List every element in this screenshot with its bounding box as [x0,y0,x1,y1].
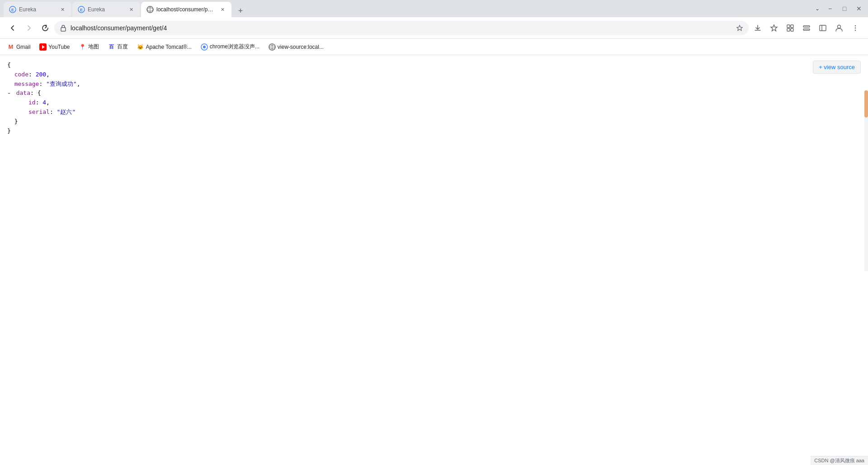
tabs-container: E Eureka ✕ E Eureka ✕ localhost/consumer… [4,0,810,17]
bookmark-chrome-sound-label: chrome浏览器没声... [210,43,259,51]
profile-button[interactable] [832,21,846,35]
json-line-data: - data: { [7,89,861,98]
minimize-button[interactable]: − [825,3,835,14]
json-line-message: message: "查询成功", [7,80,861,89]
bookmarks-bar: M Gmail YouTube 📍 地图 百 百度 🐱 Apache Tomca… [0,39,868,55]
svg-rect-9 [787,28,790,31]
sidebar-button[interactable] [816,21,830,35]
bookmark-gmail[interactable]: M Gmail [4,42,34,52]
maps-favicon: 📍 [79,43,86,51]
tab-3-close[interactable]: ✕ [219,6,226,13]
key-message: message [14,80,39,87]
scrollbar-track [864,90,868,271]
view-source-label: + view source [819,64,855,70]
baidu-favicon: 百 [108,43,115,51]
bookmark-viewsource[interactable]: view-source:local... [265,42,327,52]
bookmark-youtube[interactable]: YouTube [36,42,73,52]
nav-bar: localhost/consumer/payment/get/4 [0,17,868,39]
title-bar: E Eureka ✕ E Eureka ✕ localhost/consumer… [0,0,868,17]
tab-groups-button[interactable] [799,21,814,35]
svg-point-17 [855,27,856,28]
scrollbar-thumb[interactable] [864,90,868,117]
json-line-close-data: } [7,117,861,127]
value-serial: "赵六" [57,108,76,115]
key-id: id [28,99,36,106]
back-button[interactable] [5,21,20,35]
bookmark-tomcat-label: Apache Tomcat®... [146,44,192,50]
status-bar: CSDN @清风微痕 aaa [811,456,868,465]
json-line-code: code: 200, [7,70,861,80]
viewsource-favicon [269,43,276,51]
json-line-close: } [7,127,861,136]
svg-rect-6 [61,28,66,31]
comma-1: , [46,71,50,78]
address-bar[interactable]: localhost/consumer/payment/get/4 [54,21,749,35]
tab-2[interactable]: E Eureka ✕ [72,2,140,17]
bookmark-baidu-label: 百度 [117,43,128,51]
svg-rect-13 [820,25,826,31]
colon-4: : [36,99,43,106]
star-bookmarks-button[interactable] [767,21,781,35]
tab-3-title: localhost/consumer/payment/ [156,6,216,13]
value-code: 200 [36,71,46,78]
colon-3: : [30,89,38,96]
close-button[interactable]: ✕ [854,3,864,14]
bookmark-tomcat[interactable]: 🐱 Apache Tomcat®... [133,42,195,52]
reload-button[interactable] [38,21,52,35]
svg-text:E: E [11,8,14,12]
extensions-button[interactable] [783,21,797,35]
more-menu-button[interactable] [848,21,863,35]
view-source-button[interactable]: + view source [813,61,861,74]
bookmark-baidu[interactable]: 百 百度 [104,41,132,52]
tab-1-title: Eureka [19,6,56,13]
svg-point-16 [855,25,856,26]
bookmark-chrome-sound[interactable]: chrome浏览器没声... [197,41,263,52]
tab-3[interactable]: localhost/consumer/payment/ ✕ [141,2,231,17]
bookmark-viewsource-label: view-source:local... [278,44,324,50]
forward-button[interactable] [22,21,36,35]
bookmark-maps[interactable]: 📍 地图 [75,41,103,52]
new-tab-button[interactable]: + [234,5,247,17]
tab-2-close[interactable]: ✕ [127,6,135,13]
tab-1-close[interactable]: ✕ [59,6,66,13]
download-button[interactable] [750,21,765,35]
json-line-serial: serial: "赵六" [7,108,861,117]
json-line-id: id: 4, [7,98,861,108]
json-line-1: { [7,61,861,70]
window-controls: − □ ✕ [825,3,864,14]
url-display: localhost/consumer/payment/get/4 [71,24,732,32]
key-code: code [14,71,28,78]
json-viewer: { code: 200, message: "查询成功", - data: { … [7,61,861,136]
gmail-favicon: M [7,43,14,51]
tab-list-button[interactable]: ⌄ [810,1,825,16]
open-brace-data: { [38,89,41,96]
main-content: + view source { code: 200, message: "查询成… [0,55,868,465]
bookmark-gmail-label: Gmail [16,44,30,50]
tab-2-favicon: E [78,6,85,13]
open-brace-1: { [7,61,11,68]
collapse-data-button[interactable]: - [7,89,11,96]
lock-icon [60,24,67,32]
tab-1[interactable]: E Eureka ✕ [4,2,71,17]
value-id: 4 [42,99,46,106]
close-brace-main: } [7,127,11,134]
tab-2-title: Eureka [88,6,125,13]
close-brace-data: } [14,118,18,125]
browser-chrome: E Eureka ✕ E Eureka ✕ localhost/consumer… [0,0,868,55]
svg-rect-10 [791,28,793,31]
svg-point-18 [855,29,856,30]
colon-5: : [50,108,57,115]
svg-rect-12 [803,29,810,30]
tab-1-favicon: E [9,6,16,13]
bookmark-star-icon[interactable] [736,24,743,32]
maximize-button[interactable]: □ [839,3,850,14]
nav-right-controls [750,21,863,35]
svg-point-15 [838,25,841,28]
status-text: CSDN @清风微痕 aaa [814,458,864,463]
svg-rect-8 [791,25,793,28]
key-serial: serial [28,108,50,115]
bookmark-maps-label: 地图 [88,43,99,51]
svg-point-22 [203,46,206,48]
colon-2: : [39,80,46,87]
svg-rect-11 [803,26,810,27]
